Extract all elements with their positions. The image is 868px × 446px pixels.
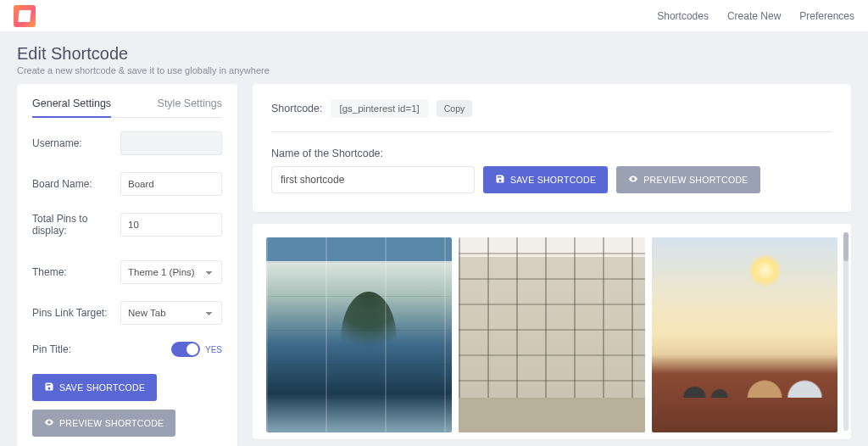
preview-scrollbar[interactable] (843, 232, 849, 431)
board-name-label: Board Name: (32, 178, 92, 190)
pin-thumbnail[interactable] (652, 237, 837, 432)
pin-title-label: Pin Title: (32, 343, 71, 355)
app-logo (14, 5, 36, 27)
nav-create-new[interactable]: Create New (727, 10, 781, 22)
link-target-select[interactable]: New Tab (120, 301, 222, 325)
pin-thumbnail[interactable] (266, 237, 452, 432)
pins-gallery (266, 237, 837, 432)
total-pins-input[interactable] (120, 213, 222, 237)
username-label: Username: (32, 137, 82, 149)
save-icon (495, 174, 505, 186)
shortcode-name-label: Name of the Shortcode: (271, 148, 832, 159)
theme-label: Theme: (32, 266, 67, 278)
page-subtitle: Create a new shortcode & save it to use … (17, 65, 851, 75)
shortcode-label: Shortcode: (271, 103, 322, 114)
preview-shortcode-button-main[interactable]: PREVIEW SHORTCODE (616, 166, 760, 193)
page-title: Edit Shortcode (17, 44, 851, 64)
save-shortcode-button[interactable]: SAVE SHORTCODE (32, 374, 157, 401)
username-input[interactable] (120, 131, 222, 155)
pin-thumbnail[interactable] (459, 237, 644, 432)
preview-panel (253, 224, 851, 439)
top-bar: Shortcodes Create New Preferences (0, 0, 868, 32)
preview-shortcode-label: PREVIEW SHORTCODE (59, 418, 164, 428)
save-shortcode-main-label: SAVE SHORTCODE (510, 175, 596, 185)
page-header: Edit Shortcode Create a new shortcode & … (0, 32, 868, 84)
tab-general-settings[interactable]: General Settings (32, 98, 111, 118)
shortcode-value: [gs_pinterest id=1] (331, 99, 427, 118)
pin-title-toggle[interactable] (171, 342, 200, 357)
nav-shortcodes[interactable]: Shortcodes (657, 10, 709, 22)
eye-icon (44, 417, 54, 429)
tab-style-settings[interactable]: Style Settings (158, 98, 222, 117)
copy-button[interactable]: Copy (437, 100, 473, 117)
save-icon (44, 382, 54, 393)
preview-shortcode-main-label: PREVIEW SHORTCODE (643, 175, 748, 185)
settings-tabs: General Settings Style Settings (32, 98, 222, 118)
shortcode-name-input[interactable] (271, 166, 475, 193)
board-name-input[interactable] (120, 172, 222, 196)
link-target-label: Pins Link Target: (32, 307, 108, 319)
settings-panel: General Settings Style Settings Username… (17, 84, 237, 446)
preview-shortcode-button[interactable]: PREVIEW SHORTCODE (32, 410, 175, 437)
nav-links: Shortcodes Create New Preferences (657, 10, 854, 22)
theme-select[interactable]: Theme 1 (Pins) (120, 260, 222, 284)
save-shortcode-button-main[interactable]: SAVE SHORTCODE (483, 166, 608, 193)
pin-title-toggle-state: YES (205, 345, 222, 354)
shortcode-panel: Shortcode: [gs_pinterest id=1] Copy Name… (253, 84, 851, 212)
eye-icon (628, 174, 638, 186)
save-shortcode-label: SAVE SHORTCODE (59, 382, 145, 393)
total-pins-label: Total Pins to display: (32, 213, 120, 237)
nav-preferences[interactable]: Preferences (799, 10, 854, 22)
